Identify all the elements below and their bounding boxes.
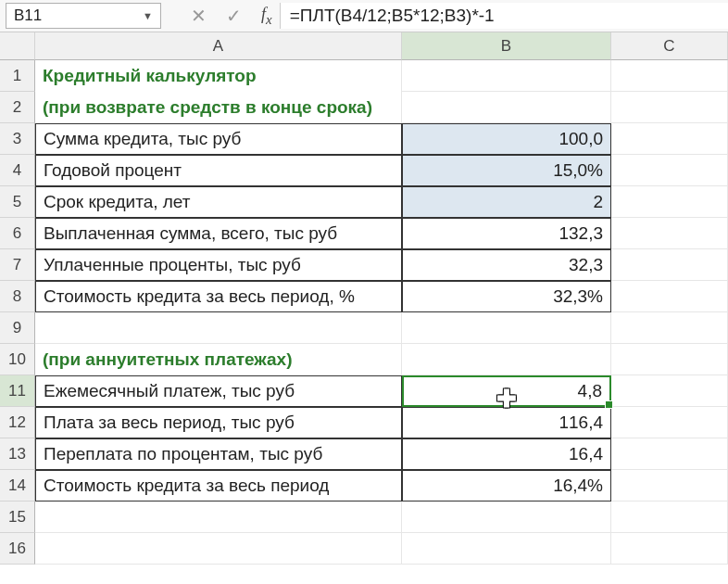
row-header-8[interactable]: 8	[0, 281, 35, 312]
formula-bar: ✕ ✓ fx =ПЛТ(B4/12;B5*12;B3)*-1	[183, 3, 728, 29]
row-header-13[interactable]: 13	[0, 438, 35, 470]
row-header-3[interactable]: 3	[0, 123, 35, 155]
row-header-14[interactable]: 14	[0, 470, 35, 501]
col-header-a[interactable]: A	[35, 32, 402, 60]
col-header-b[interactable]: B	[402, 32, 611, 60]
cell-c10[interactable]	[611, 344, 728, 375]
cell-a5[interactable]: Срок кредита, лет	[35, 186, 402, 218]
cell-a16[interactable]	[35, 533, 402, 565]
cell-a8[interactable]: Стоимость кредита за весь период, %	[35, 281, 402, 312]
cell-b10[interactable]	[402, 344, 611, 375]
cell-a4[interactable]: Годовой процент	[35, 155, 402, 186]
cell-b4[interactable]: 15,0%	[402, 155, 611, 186]
cell-c11[interactable]	[611, 375, 728, 407]
cell-c15[interactable]	[611, 501, 728, 533]
enter-icon[interactable]: ✓	[219, 5, 248, 27]
cell-a6[interactable]: Выплаченная сумма, всего, тыс руб	[35, 218, 402, 249]
fx-icon[interactable]: fx	[261, 5, 272, 28]
row-header-11[interactable]: 11	[0, 375, 35, 407]
cell-c2[interactable]	[611, 92, 728, 123]
cell-b11-value: 4,8	[578, 381, 602, 401]
col-header-c[interactable]: C	[611, 32, 728, 60]
cell-b6[interactable]: 132,3	[402, 218, 611, 249]
cell-c12[interactable]	[611, 407, 728, 438]
select-all-corner[interactable]	[0, 32, 35, 60]
row-header-12[interactable]: 12	[0, 407, 35, 438]
cell-b7[interactable]: 32,3	[402, 249, 611, 281]
row-header-10[interactable]: 10	[0, 344, 35, 375]
cell-c16[interactable]	[611, 533, 728, 565]
row-header-15[interactable]: 15	[0, 501, 35, 533]
column-headers: A B C	[0, 32, 728, 60]
fill-handle[interactable]	[605, 400, 613, 409]
row-header-4[interactable]: 4	[0, 155, 35, 186]
name-box-value: B11	[14, 6, 42, 25]
cell-c5[interactable]	[611, 186, 728, 218]
row-header-16[interactable]: 16	[0, 533, 35, 565]
cell-b9[interactable]	[402, 312, 611, 344]
cell-a13[interactable]: Переплата по процентам, тыс руб	[35, 438, 402, 470]
cell-b15[interactable]	[402, 501, 611, 533]
cell-b1[interactable]	[402, 60, 611, 92]
row-header-5[interactable]: 5	[0, 186, 35, 218]
cell-a2[interactable]: (при возврате средств в конце срока)	[35, 92, 402, 123]
cell-a7[interactable]: Уплаченные проценты, тыс руб	[35, 249, 402, 281]
cell-a10[interactable]: (при аннуитетных платежах)	[35, 344, 402, 375]
cell-a3[interactable]: Сумма кредита, тыс руб	[35, 123, 402, 155]
cell-c1[interactable]	[611, 60, 728, 92]
cell-c9[interactable]	[611, 312, 728, 344]
row-header-9[interactable]: 9	[0, 312, 35, 344]
cell-c8[interactable]	[611, 281, 728, 312]
cell-c13[interactable]	[611, 438, 728, 470]
name-box[interactable]: B11 ▼	[6, 3, 161, 29]
cell-c4[interactable]	[611, 155, 728, 186]
cell-a14[interactable]: Стоимость кредита за весь период	[35, 470, 402, 501]
cell-a15[interactable]	[35, 501, 402, 533]
dropdown-icon[interactable]: ▼	[143, 10, 153, 21]
row-header-6[interactable]: 6	[0, 218, 35, 249]
cell-b3[interactable]: 100,0	[402, 123, 611, 155]
cell-a9[interactable]	[35, 312, 402, 344]
cell-b16[interactable]	[402, 533, 611, 565]
cell-b5[interactable]: 2	[402, 186, 611, 218]
cell-a12[interactable]: Плата за весь период, тыс руб	[35, 407, 402, 438]
formula-input[interactable]: =ПЛТ(B4/12;B5*12;B3)*-1	[280, 3, 728, 29]
row-header-7[interactable]: 7	[0, 249, 35, 281]
cell-a1[interactable]: Кредитный калькулятор	[35, 60, 402, 92]
cell-b8[interactable]: 32,3%	[402, 281, 611, 312]
cell-b11[interactable]: 4,8 ✚	[402, 375, 611, 407]
row-header-1[interactable]: 1	[0, 60, 35, 92]
cursor-icon: ✚	[496, 387, 517, 411]
cell-c14[interactable]	[611, 470, 728, 501]
row-header-2[interactable]: 2	[0, 92, 35, 123]
cell-a11[interactable]: Ежемесячный платеж, тыс руб	[35, 375, 402, 407]
cell-c7[interactable]	[611, 249, 728, 281]
cell-c3[interactable]	[611, 123, 728, 155]
cell-b2[interactable]	[402, 92, 611, 123]
cell-b12[interactable]: 116,4	[402, 407, 611, 438]
formula-text: =ПЛТ(B4/12;B5*12;B3)*-1	[290, 6, 495, 26]
cell-b13[interactable]: 16,4	[402, 438, 611, 470]
cancel-icon[interactable]: ✕	[183, 5, 213, 27]
cell-c6[interactable]	[611, 218, 728, 249]
formula-bar-area: B11 ▼ ✕ ✓ fx =ПЛТ(B4/12;B5*12;B3)*-1	[0, 0, 728, 32]
spreadsheet-grid[interactable]: A B C 1 Кредитный калькулятор 2 (при воз…	[0, 32, 728, 565]
cell-b14[interactable]: 16,4%	[402, 470, 611, 501]
